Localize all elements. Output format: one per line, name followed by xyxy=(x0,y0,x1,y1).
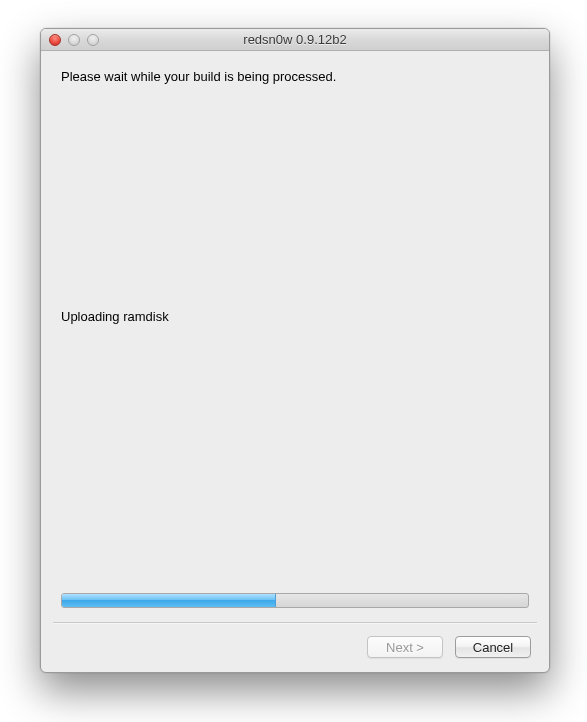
window-title: redsn0w 0.9.12b2 xyxy=(41,32,549,47)
titlebar: redsn0w 0.9.12b2 xyxy=(41,29,549,51)
next-button: Next > xyxy=(367,636,443,658)
progress-fill xyxy=(62,594,276,607)
progress-bar xyxy=(61,593,529,608)
zoom-icon[interactable] xyxy=(87,34,99,46)
status-text: Uploading ramdisk xyxy=(61,309,529,324)
window-controls xyxy=(41,34,99,46)
divider xyxy=(53,622,537,623)
minimize-icon[interactable] xyxy=(68,34,80,46)
app-window: redsn0w 0.9.12b2 Please wait while your … xyxy=(40,28,550,673)
instruction-text: Please wait while your build is being pr… xyxy=(61,69,529,84)
window-content: Please wait while your build is being pr… xyxy=(41,51,549,672)
button-row: Next > Cancel xyxy=(367,636,531,658)
close-icon[interactable] xyxy=(49,34,61,46)
progress-area xyxy=(61,593,529,608)
cancel-button[interactable]: Cancel xyxy=(455,636,531,658)
